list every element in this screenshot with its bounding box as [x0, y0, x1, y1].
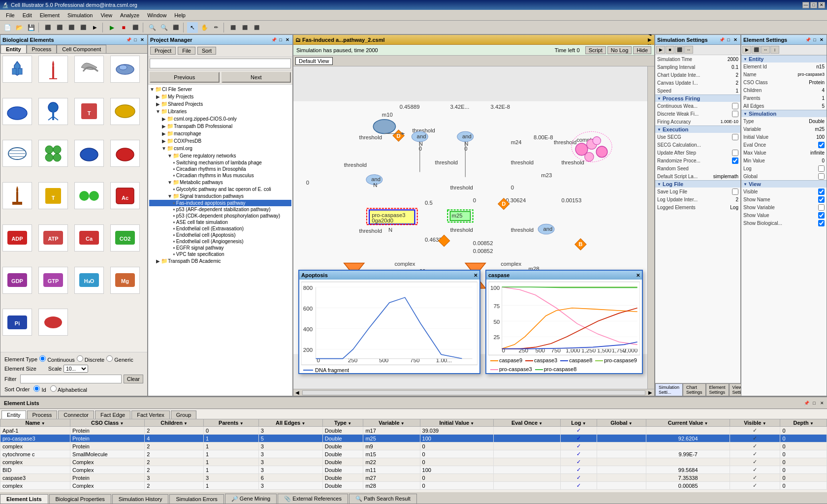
log-file-section[interactable]: ▼ Log File	[655, 180, 740, 188]
toolbar-sim-stop[interactable]: ■	[118, 22, 129, 33]
table-row[interactable]: BIDComplex213Doublem11100✓99.5684✓0	[0, 466, 827, 474]
bottom-float[interactable]: □	[811, 400, 817, 406]
type-generic-radio[interactable]	[106, 355, 113, 362]
bio-panel-pin[interactable]: 📌	[126, 37, 131, 43]
sim-tool-2[interactable]: ■	[666, 46, 674, 54]
menu-view[interactable]: View	[96, 11, 116, 19]
col-visible[interactable]: Visible	[730, 419, 780, 427]
use-secg-check[interactable]	[732, 134, 738, 140]
sort-id-radio[interactable]	[33, 385, 40, 392]
tree-item[interactable]: ●Endothelial cell (Angiogenesis)	[149, 238, 291, 245]
tree-item[interactable]: ▶📁macrophage	[149, 130, 291, 137]
toolbar-undo[interactable]: ⬛	[42, 22, 53, 33]
scroll-left-btn[interactable]: ◀	[293, 390, 301, 395]
chart-settings-tab[interactable]: Chart Settings	[683, 383, 706, 396]
toolbar-open[interactable]: 📂	[14, 22, 25, 33]
sim-panel-pin[interactable]: 📌	[719, 37, 725, 43]
type-discrete-radio[interactable]	[77, 355, 83, 362]
table-row[interactable]: cytochrome cSmallMolecule213Doublem150✓9…	[0, 450, 827, 458]
toolbar-cut[interactable]: ⬛	[66, 22, 77, 33]
toolbar-draw[interactable]: ✏	[211, 22, 222, 33]
menu-simulation[interactable]: Simulation	[64, 11, 96, 19]
tree-item[interactable]: ▶📁Transpath DB Academic	[149, 257, 291, 265]
tree-item[interactable]: ▶📁COXPresDB	[149, 137, 291, 145]
bio-item-receptor2[interactable]	[38, 98, 68, 125]
col-initial[interactable]: Initial Value	[420, 419, 494, 427]
tree-item[interactable]: ●Circadian rhythms in Drosophila	[149, 166, 291, 172]
table-row[interactable]: complexComplex213Doublem280✓0.00085✓0	[0, 482, 827, 490]
tree-expand-icon[interactable]: ▶	[161, 116, 167, 122]
apoptosis-chart-header[interactable]: Apoptosis ✕	[299, 271, 479, 280]
table-row[interactable]: complexComplex213Doublem220✓✓0	[0, 458, 827, 466]
bio-item-extra2[interactable]	[38, 309, 68, 336]
bottom-tab-element-lists[interactable]: Element Lists	[0, 494, 48, 504]
randomize-check[interactable]	[732, 158, 738, 164]
tree-item[interactable]: ▶📁Transpath DB Professional	[149, 123, 291, 130]
bio-item-complex1[interactable]	[110, 56, 140, 83]
tree-expand-icon[interactable]: ▼	[161, 146, 167, 151]
elem-show-bio-check[interactable]	[818, 220, 825, 226]
sort-id-label[interactable]: Id	[33, 385, 46, 393]
col-children[interactable]: Children	[145, 419, 204, 427]
project-search-input[interactable]	[150, 59, 291, 68]
tree-item[interactable]: ●Fas-induced apoptosis pathway	[149, 200, 291, 206]
bio-tab-cell-component[interactable]: Cell Component	[57, 45, 106, 53]
sim-tool-1[interactable]: ▶	[656, 46, 665, 54]
project-panel-pin[interactable]: 📌	[271, 37, 277, 43]
tree-item[interactable]: ▼📁Signal transduction pathways	[149, 192, 291, 200]
sim-settings-tab[interactable]: Simulation Setti...	[655, 383, 683, 396]
col-log[interactable]: Log	[561, 419, 597, 427]
elem-panel-close[interactable]: ✕	[819, 37, 825, 43]
sim-tool-4[interactable]: ↔	[684, 46, 693, 54]
elem-view-section[interactable]: ▼ View	[741, 180, 827, 188]
type-generic-label[interactable]: Generic	[106, 355, 133, 363]
bio-item-yellow-t[interactable]: T	[38, 182, 68, 209]
elem-tab-process[interactable]: Process	[27, 410, 58, 419]
bottom-tab-ext-refs[interactable]: 📎 External References	[278, 494, 348, 504]
tree-item[interactable]: ▶📁csml.org.zipped-CIOS.0-only	[149, 115, 291, 123]
bio-item-oval-yellow[interactable]	[110, 98, 140, 125]
sim-panel-float[interactable]: □	[726, 37, 732, 43]
elem-global-check[interactable]	[818, 173, 825, 180]
elem-log-check[interactable]	[818, 165, 825, 172]
elem-eval-once-check[interactable]	[818, 142, 825, 148]
proj-tab-file[interactable]: File	[178, 47, 195, 55]
bio-item-oval-blue[interactable]	[2, 98, 32, 125]
bio-item-co2[interactable]: CO2	[110, 224, 140, 252]
tree-expand-icon[interactable]: ▶	[155, 94, 161, 99]
bio-item-mg[interactable]: Mg	[110, 267, 140, 294]
proj-tab-project[interactable]: Project	[150, 47, 176, 55]
project-panel-close[interactable]: ✕	[285, 37, 290, 43]
bio-item-ac[interactable]: Ac	[110, 182, 140, 209]
table-row[interactable]: pro-caspase3Protein415Doublem25100✓92.62…	[0, 435, 827, 442]
discrete-weak-check[interactable]	[732, 111, 738, 117]
bottom-tab-path-search[interactable]: 🔍 Path Search Result	[349, 494, 417, 504]
type-discrete-label[interactable]: Discrete	[77, 355, 104, 363]
toolbar-fit[interactable]: ⬛	[170, 22, 181, 33]
tree-item[interactable]: ●ASE cell fate simulation	[149, 219, 291, 225]
bio-item-extra1[interactable]: Pi	[2, 309, 32, 336]
sim-tool-3[interactable]: ⬛	[675, 46, 684, 54]
tree-expand-icon[interactable]: ▶	[161, 131, 167, 136]
project-panel-controls[interactable]: 📌 □ ✕	[271, 37, 290, 43]
menu-help[interactable]: Help	[170, 11, 190, 19]
type-continuous-label[interactable]: Continuous	[39, 355, 75, 363]
minimize-button[interactable]: —	[802, 2, 809, 8]
bio-item-gtp[interactable]: GTP	[38, 267, 68, 294]
tree-expand-icon[interactable]: ▶	[161, 124, 167, 129]
elem-tool-4[interactable]: ↕	[770, 46, 779, 54]
bio-panel-float[interactable]: □	[132, 37, 138, 43]
bio-panel-close[interactable]: ✕	[139, 37, 145, 43]
sort-alpha-label[interactable]: Alphabetical	[50, 385, 87, 393]
bio-item-protein1[interactable]	[74, 56, 104, 83]
elem-panel-pin[interactable]: 📌	[805, 37, 811, 43]
toolbar-align-center[interactable]: ⬛	[239, 22, 250, 33]
tree-expand-icon[interactable]: ▼	[155, 109, 161, 114]
elem-tool-1[interactable]: ▶	[742, 46, 751, 54]
tree-expand-icon[interactable]: ▼	[149, 87, 155, 92]
process-firing-section[interactable]: ▼ Process Firing	[655, 94, 740, 102]
bio-item-text-t[interactable]: T	[74, 98, 104, 125]
type-continuous-radio[interactable]	[39, 355, 46, 362]
bio-panel-controls[interactable]: 📌 □ ✕	[126, 37, 145, 43]
close-button[interactable]: ✕	[818, 2, 825, 8]
